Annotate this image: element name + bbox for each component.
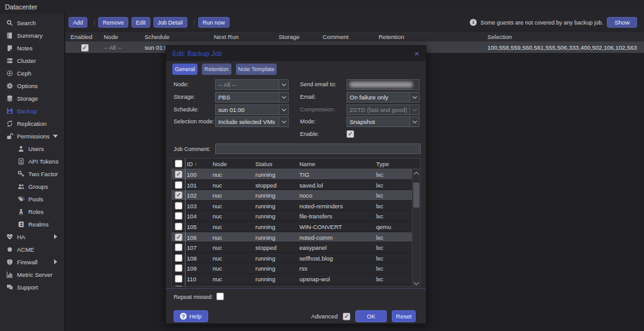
scrollbar-thumb[interactable] — [413, 182, 419, 208]
job-node: -- All -- — [99, 44, 140, 51]
tab-general[interactable]: General — [172, 64, 197, 75]
send-email-input[interactable] — [347, 79, 419, 90]
column-schedule[interactable]: Schedule — [140, 33, 209, 40]
email-select[interactable]: On failure only — [347, 92, 419, 103]
vm-row-102[interactable]: 102nucrunningnocolxc — [172, 190, 413, 201]
sidebar-item-ha[interactable]: HA — [0, 230, 64, 243]
edit-backup-job-dialog: Edit: Backup Job ✕ General Retention Not… — [165, 45, 426, 324]
sidebar-item-search[interactable]: Search — [0, 16, 64, 29]
vm-row-checkbox[interactable] — [175, 275, 182, 283]
sidebar-item-permissions[interactable]: Permissions — [0, 130, 64, 142]
vm-row-109[interactable]: 109nucrunningrsslxc — [172, 263, 413, 274]
sidebar-item-notes[interactable]: Notes — [0, 42, 64, 54]
run-now-button[interactable]: Run now — [198, 17, 230, 28]
vm-row-checkbox[interactable] — [175, 202, 182, 210]
sidebar-item-summary[interactable]: Summary — [0, 29, 64, 42]
sidebar-item-metric-server[interactable]: Metric Server — [0, 268, 64, 281]
show-button[interactable]: Show — [607, 17, 637, 28]
help-button[interactable]: ?Help — [174, 310, 208, 322]
enable-checkbox[interactable] — [347, 130, 354, 138]
vm-column-type[interactable]: Type — [376, 160, 389, 167]
vm-row-105[interactable]: 105nucrunningWIN-CONVERTqemu — [172, 222, 413, 232]
mode-select[interactable]: Snapshot — [347, 116, 419, 127]
enabled-checkbox[interactable] — [81, 44, 89, 52]
ok-button[interactable]: OK — [355, 310, 387, 322]
vm-row-108[interactable]: 108nucrunningselfhost.bloglxc — [172, 253, 413, 264]
sidebar-item-storage[interactable]: Storage — [0, 92, 64, 104]
dialog-header[interactable]: Edit: Backup Job ✕ — [166, 46, 426, 61]
column-enabled[interactable]: Enabled — [65, 33, 99, 40]
tab-retention[interactable]: Retention — [202, 64, 231, 75]
sidebar-item-acme[interactable]: ACME — [0, 243, 64, 255]
sidebar-item-two-factor[interactable]: Two Factor — [0, 167, 64, 180]
column-storage[interactable]: Storage — [274, 33, 318, 40]
job-detail-button[interactable]: Job Detail — [153, 17, 187, 28]
vm-row-104[interactable]: 104nucrunningfile-transferslxc — [172, 211, 413, 222]
storage-select[interactable]: PBS — [215, 92, 289, 103]
vm-row-checkbox[interactable] — [175, 264, 182, 272]
column-retention[interactable]: Retention — [374, 33, 482, 40]
vm-row-106[interactable]: 106nucrunningnoted-commlxc — [172, 232, 413, 243]
sidebar-item-pools[interactable]: Pools — [0, 193, 64, 205]
chevron-down-icon[interactable] — [279, 105, 288, 115]
vm-row-103[interactable]: 103nucrunningnoted-reminderslxc — [172, 201, 413, 211]
vm-row-100[interactable]: 100nucrunningTIGlxc — [172, 169, 413, 180]
vm-row-checkbox[interactable] — [175, 191, 182, 199]
sidebar-item-firewall[interactable]: Firewall — [0, 255, 64, 268]
vm-table-scrollbar[interactable] — [412, 169, 420, 287]
sidebar-item-backup[interactable]: Backup — [0, 104, 64, 117]
vm-column-id[interactable]: ID ↑ — [187, 160, 197, 167]
vm-row-101[interactable]: 101nucstoppedsaved.lollxc — [172, 180, 413, 191]
vm-column-node[interactable]: Node — [213, 160, 227, 167]
vm-column-name[interactable]: Name — [299, 160, 315, 167]
tab-note-template[interactable]: Note Template — [236, 64, 277, 75]
chevron-down-icon[interactable] — [409, 117, 419, 126]
node-select[interactable]: -- All -- — [215, 79, 289, 90]
vm-row-checkbox[interactable] — [175, 233, 182, 241]
dialog-footer: ?Help Advanced OK Reset — [166, 310, 426, 322]
sidebar-item-users[interactable]: Users — [0, 142, 64, 155]
cluster-icon — [6, 57, 14, 65]
vm-row-checkbox[interactable] — [175, 244, 182, 251]
vm-row-checkbox[interactable] — [175, 171, 182, 178]
sidebar-item-api-tokens[interactable]: API Tokens — [0, 155, 64, 167]
sidebar-item-options[interactable]: Options — [0, 79, 64, 92]
sidebar-item-groups[interactable]: Groups — [0, 180, 64, 193]
vm-row-107[interactable]: 107nucstoppedeasypanellxc — [172, 242, 413, 253]
sidebar-item-replication[interactable]: Replication — [0, 117, 64, 130]
scroll-down-icon[interactable] — [414, 280, 419, 285]
edit-button[interactable]: Edit — [131, 17, 150, 28]
chevron-down-icon[interactable] — [279, 93, 288, 102]
scroll-up-icon[interactable] — [414, 172, 419, 177]
advanced-checkbox[interactable] — [343, 313, 350, 320]
column-node[interactable]: Node — [99, 33, 140, 40]
selection-mode-select[interactable]: Include selected VMs — [215, 116, 289, 127]
vm-row-checkbox[interactable] — [175, 212, 182, 220]
job-comment-input[interactable] — [215, 143, 421, 154]
vm-row[interactable] — [172, 284, 413, 287]
vm-row-checkbox[interactable] — [175, 223, 182, 230]
column-comment[interactable]: Comment — [318, 33, 374, 40]
sidebar-item-realms[interactable]: Realms — [0, 218, 64, 230]
add-button[interactable]: Add — [69, 17, 87, 28]
chevron-down-icon[interactable] — [279, 80, 288, 89]
vm-row-checkbox[interactable] — [175, 181, 182, 189]
vm-row-checkbox[interactable] — [175, 286, 182, 287]
schedule-select[interactable]: sun 01:00 — [215, 104, 289, 115]
chevron-down-icon[interactable] — [409, 93, 419, 102]
close-icon[interactable]: ✕ — [414, 50, 419, 57]
vm-row-checkbox[interactable] — [175, 254, 182, 262]
repeat-missed-checkbox[interactable] — [216, 293, 224, 300]
column-selection[interactable]: Selection — [482, 33, 512, 40]
vm-column-status[interactable]: Status — [255, 160, 272, 167]
sidebar-item-cluster[interactable]: Cluster — [0, 54, 64, 67]
vm-row-110[interactable]: 110nucrunningupsnap-wollxc — [172, 274, 413, 284]
select-all-checkbox[interactable] — [175, 160, 182, 167]
remove-button[interactable]: Remove — [98, 17, 128, 28]
sidebar-item-ceph[interactable]: Ceph — [0, 67, 64, 79]
reset-button[interactable]: Reset — [392, 310, 416, 322]
column-next-run[interactable]: Next Run — [209, 33, 274, 40]
chevron-down-icon[interactable] — [279, 117, 288, 126]
sidebar-item-support[interactable]: Support — [0, 281, 64, 293]
sidebar-item-roles[interactable]: Roles — [0, 205, 64, 218]
